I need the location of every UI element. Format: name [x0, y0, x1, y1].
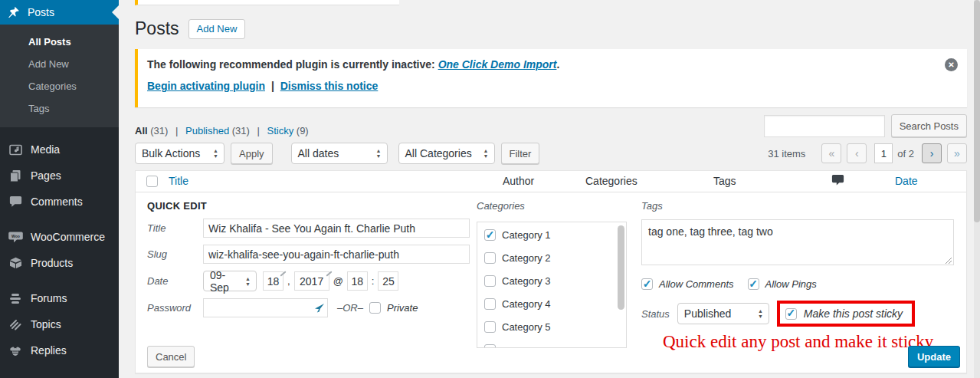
sidebar-item-categories[interactable]: Categories — [0, 75, 119, 97]
month-select[interactable]: 09-Sep — [203, 271, 257, 291]
search-input[interactable] — [764, 115, 885, 137]
dismiss-notice-link[interactable]: Dismiss this notice — [280, 80, 379, 92]
quick-edit-right-column: Tags tag one, tag three, tag two Allow C… — [641, 200, 955, 352]
category-checkbox[interactable] — [484, 344, 496, 348]
list-item — [484, 344, 626, 348]
categories-label: Categories — [477, 200, 627, 212]
make-sticky-checkbox[interactable] — [785, 308, 797, 320]
main-content: Posts Add New The following recommended … — [119, 0, 980, 378]
year-input[interactable] — [294, 271, 329, 291]
sidebar-item-media[interactable]: Media — [0, 136, 119, 163]
quick-edit-categories-column: Categories Category 1 Category 2 Categor… — [477, 200, 627, 348]
sidebar-item-tags[interactable]: Tags — [0, 97, 119, 120]
categories-list: Category 1 Category 2 Category 3 Categor… — [477, 222, 627, 348]
minute-input[interactable] — [378, 271, 398, 291]
password-input[interactable] — [203, 298, 328, 317]
page-scrollbar[interactable] — [974, 0, 980, 378]
view-published[interactable]: Published — [185, 125, 229, 136]
category-checkbox[interactable] — [484, 321, 496, 333]
total-pages-label: of 2 — [897, 148, 914, 159]
sidebar-item-label: Forums — [31, 292, 67, 304]
category-checkbox[interactable] — [484, 298, 496, 310]
forums-icon — [7, 293, 24, 304]
column-title[interactable]: Title — [169, 175, 188, 187]
select-all-checkbox[interactable] — [146, 176, 158, 187]
slug-input[interactable] — [203, 245, 470, 264]
or-label: –OR– — [337, 302, 363, 314]
begin-activating-link[interactable]: Begin activating plugin — [147, 80, 265, 92]
sidebar-item-add-new[interactable]: Add New — [0, 53, 119, 75]
select-arrows-icon — [758, 308, 763, 319]
bulk-actions-select[interactable]: Bulk Actions — [135, 143, 225, 164]
allow-pings-checkbox[interactable] — [748, 278, 759, 290]
woocommerce-icon: Woo — [7, 232, 24, 243]
sidebar-item-label: Products — [31, 257, 73, 269]
notice-message: The following recommended plugin is curr… — [147, 58, 435, 71]
sidebar-item-appearance[interactable]: Appearance — [0, 373, 119, 378]
topics-icon — [7, 319, 24, 330]
comments-icon — [7, 196, 24, 208]
plugin-link[interactable]: One Click Demo Import — [438, 58, 557, 71]
categories-filter-select[interactable]: All Categories — [398, 143, 495, 164]
category-checkbox[interactable] — [484, 252, 496, 264]
dates-filter-select[interactable]: All dates — [291, 143, 388, 164]
private-checkbox[interactable] — [369, 302, 381, 314]
sidebar-item-topics[interactable]: Topics — [0, 311, 119, 337]
allow-comments-checkbox[interactable] — [641, 278, 653, 290]
sidebar-item-forums[interactable]: Forums — [0, 285, 119, 311]
private-label: Private — [387, 302, 418, 314]
category-checkbox[interactable] — [484, 275, 496, 287]
date-label: Date — [147, 275, 203, 287]
posts-submenu: All Posts Add New Categories Tags — [0, 25, 119, 127]
apply-button[interactable]: Apply — [231, 143, 273, 164]
make-sticky-label: Make this post sticky — [804, 307, 903, 320]
list-item: Category 2 — [484, 252, 626, 264]
update-button[interactable]: Update — [908, 346, 960, 367]
title-label: Title — [147, 222, 203, 234]
view-sticky[interactable]: Sticky — [267, 125, 294, 136]
sidebar-item-label: Replies — [31, 344, 67, 357]
products-icon — [7, 257, 24, 269]
cancel-button[interactable]: Cancel — [147, 346, 195, 367]
select-arrows-icon — [376, 148, 382, 159]
close-icon[interactable]: ✕ — [945, 58, 958, 71]
sidebar-item-all-posts[interactable]: All Posts — [0, 31, 119, 53]
sidebar-item-posts[interactable]: Posts — [0, 0, 119, 25]
hour-input[interactable] — [347, 271, 368, 291]
slug-label: Slug — [147, 248, 203, 260]
sidebar-item-woocommerce[interactable]: Woo WooCommerce — [0, 224, 119, 250]
post-status-views: All (31) | Published (31) | Sticky (9) — [135, 125, 309, 138]
last-page-button[interactable]: » — [947, 143, 967, 163]
current-page-input[interactable] — [874, 143, 893, 163]
search-posts-button[interactable]: Search Posts — [891, 114, 967, 137]
sidebar-item-label: Comments — [31, 196, 83, 208]
column-categories: Categories — [585, 175, 637, 187]
sidebar-item-replies[interactable]: Replies — [0, 337, 119, 363]
media-icon — [7, 143, 24, 156]
status-select[interactable]: Published — [677, 303, 769, 324]
allow-comments-label: Allow Comments — [659, 278, 734, 290]
next-page-button[interactable]: › — [922, 143, 942, 163]
select-arrows-icon — [245, 276, 251, 287]
status-label: Status — [641, 308, 670, 320]
comments-column-icon — [831, 174, 844, 186]
svg-text:Woo: Woo — [11, 233, 20, 238]
clipped-notice-top — [135, 0, 399, 5]
column-date[interactable]: Date — [895, 175, 918, 187]
admin-sidebar: Posts All Posts Add New Categories Tags … — [0, 0, 119, 378]
list-item: Category 1 — [484, 229, 626, 241]
scrollbar-thumb[interactable] — [974, 0, 980, 222]
prev-page-button[interactable]: ‹ — [847, 143, 867, 163]
sidebar-item-comments[interactable]: Comments — [0, 189, 119, 215]
category-checkbox[interactable] — [484, 229, 496, 241]
first-page-button[interactable]: « — [821, 143, 841, 163]
add-new-button[interactable]: Add New — [188, 19, 246, 39]
tags-textarea[interactable]: tag one, tag three, tag two — [641, 219, 954, 265]
allow-pings-label: Allow Pings — [765, 278, 817, 290]
sidebar-item-products[interactable]: Products — [0, 250, 119, 276]
filter-button[interactable]: Filter — [501, 143, 540, 164]
title-input[interactable] — [203, 219, 470, 238]
sidebar-item-pages[interactable]: Pages — [0, 163, 119, 189]
view-all[interactable]: All — [135, 125, 148, 136]
categories-scrollbar[interactable] — [618, 225, 624, 310]
